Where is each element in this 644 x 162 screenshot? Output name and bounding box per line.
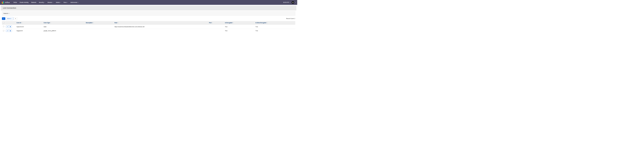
col-is-encrypted[interactable]: Is Encrypted⇅	[224, 21, 255, 25]
edit-icon	[7, 26, 8, 27]
edit-button[interactable]	[6, 30, 9, 32]
sort-icon: ⇅	[118, 22, 118, 24]
cell-host: https://customxcombackendtest.blob.core.…	[114, 24, 208, 29]
select-all-checkbox[interactable]	[3, 22, 4, 24]
col-description[interactable]: Description⇅	[85, 21, 114, 25]
cell-is-encrypted: True	[224, 24, 255, 29]
col-conn-id[interactable]: Conn Id⇅	[16, 21, 43, 25]
sort-icon: ⇅	[267, 22, 268, 24]
row-checkbox[interactable]	[3, 26, 4, 27]
sort-icon: ⇅	[233, 22, 234, 24]
arrow-left-icon	[15, 18, 16, 19]
add-button[interactable]	[2, 17, 5, 20]
nav-item-cluster-activity[interactable]: Cluster Activity	[18, 1, 30, 4]
col-port[interactable]: Port⇅	[208, 21, 224, 25]
chevron-down-icon	[12, 18, 12, 19]
navbar: Airflow DAGs Cluster Activity Datasets S…	[0, 0, 297, 5]
chevron-down-icon	[53, 2, 54, 3]
chevron-down-icon	[60, 2, 61, 3]
cell-description	[85, 24, 114, 29]
search-toggle[interactable]: Search	[2, 12, 295, 16]
cell-conn-type: google_cloud_platform	[43, 29, 85, 33]
clock-dropdown[interactable]: 19:15 UTC	[283, 2, 291, 3]
cell-host	[114, 29, 208, 33]
sort-icon: ⇅	[93, 22, 94, 24]
nav-item-admin[interactable]: Admin	[54, 1, 62, 4]
nav-item-docs[interactable]: Docs	[62, 1, 69, 4]
nav-item-browse[interactable]: Browse	[46, 1, 55, 4]
user-menu[interactable]: AU	[292, 1, 296, 4]
trash-icon	[10, 26, 11, 27]
connections-table-wrap: Conn Id⇅ Conn Type⇅ Description⇅ Host⇅ P…	[2, 21, 295, 33]
sort-icon: ⇅	[212, 22, 212, 24]
page-title: List Connection	[3, 7, 294, 9]
delete-button[interactable]	[9, 26, 12, 28]
table-row: myazureconnwasbhttps://customxcombackend…	[2, 24, 295, 29]
col-select-all	[2, 21, 5, 25]
actions-dropdown[interactable]: Actions	[6, 17, 13, 20]
clock-text: 19:15 UTC	[283, 2, 289, 3]
toolbar: Actions Record Count: 2	[0, 17, 297, 21]
trash-icon	[10, 30, 11, 31]
nav-item-datasets[interactable]: Datasets	[30, 1, 38, 4]
table-row: mygcpconngoogle_cloud_platformTrueTrue	[2, 29, 295, 33]
sort-icon: ⇅	[50, 22, 51, 24]
chevron-down-icon	[78, 2, 79, 3]
back-button[interactable]	[14, 17, 17, 20]
connections-table: Conn Id⇅ Conn Type⇅ Description⇅ Host⇅ P…	[2, 21, 295, 33]
col-is-extra-encrypted[interactable]: Is Extra Encrypted⇅	[254, 21, 295, 25]
search-panel: Search	[2, 11, 295, 16]
brand-name: Airflow	[5, 2, 10, 4]
cell-is-encrypted: True	[224, 29, 255, 33]
avatar: AU	[292, 1, 294, 4]
brand-logo-wrap[interactable]: Airflow	[2, 1, 10, 4]
cell-port	[208, 29, 224, 33]
edit-button[interactable]	[6, 26, 9, 28]
row-actions	[6, 30, 12, 32]
row-checkbox[interactable]	[3, 30, 4, 31]
edit-icon	[7, 30, 8, 31]
page-header: List Connection	[1, 6, 296, 10]
cell-is-extra-encrypted: True	[254, 29, 295, 33]
col-actions	[5, 21, 16, 25]
chevron-down-icon	[290, 2, 291, 3]
cell-conn-id: myazureconn	[16, 24, 43, 29]
chevron-down-icon	[9, 13, 10, 14]
record-count: Record Count: 2	[286, 18, 295, 19]
cell-port	[208, 24, 224, 29]
cell-conn-type: wasb	[43, 24, 85, 29]
cell-conn-id: mygcpconn	[16, 29, 43, 33]
sort-icon: ⇅	[22, 22, 22, 24]
col-conn-type[interactable]: Conn Type⇅	[43, 21, 85, 25]
nav-items: DAGs Cluster Activity Datasets Security …	[12, 1, 80, 4]
navbar-right: 19:15 UTC AU	[283, 1, 296, 4]
airflow-logo-icon	[2, 1, 4, 4]
nav-item-security[interactable]: Security	[38, 1, 46, 4]
cell-description	[85, 29, 114, 33]
chevron-down-icon	[67, 2, 68, 3]
chevron-down-icon	[295, 2, 296, 3]
chevron-down-icon	[44, 2, 45, 3]
nav-item-astronomer[interactable]: Astronomer	[69, 1, 80, 4]
nav-item-dags[interactable]: DAGs	[12, 1, 18, 4]
row-actions	[6, 26, 12, 28]
cell-is-extra-encrypted: True	[254, 24, 295, 29]
delete-button[interactable]	[9, 30, 12, 32]
plus-icon	[3, 18, 4, 19]
col-host[interactable]: Host⇅	[114, 21, 208, 25]
